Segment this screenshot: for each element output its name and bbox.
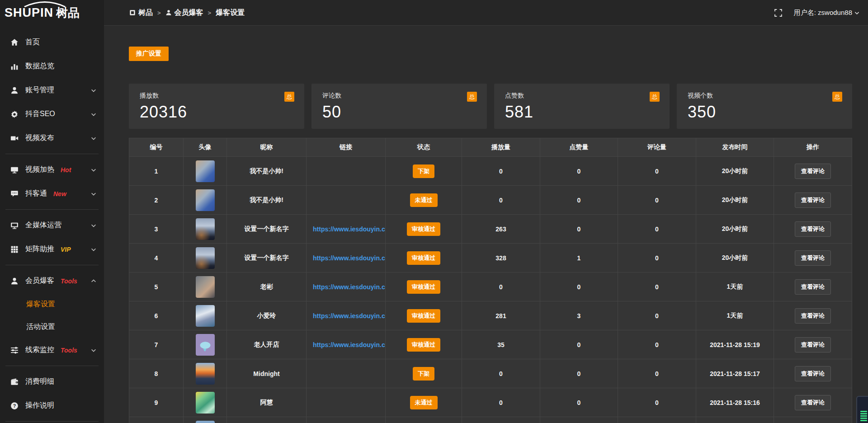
cell-time: 2021-11-28 15:16 — [696, 388, 774, 417]
cell-comments: 0 — [618, 186, 696, 215]
sidebar-item-douyin-seo[interactable]: 抖音SEO — [0, 102, 104, 126]
breadcrumb: 树品>会员爆客>爆客设置 — [129, 8, 245, 18]
view-comments-button[interactable]: 查看评论 — [795, 193, 831, 208]
view-comments-button[interactable]: 查看评论 — [795, 250, 831, 266]
cell-status — [386, 417, 462, 423]
sidebar-item-video-heat[interactable]: 视频加热Hot — [0, 158, 104, 182]
cell-comments: 0 — [618, 215, 696, 244]
breadcrumb-separator: > — [157, 9, 161, 16]
status-badge[interactable]: 审核通过 — [407, 309, 440, 323]
breadcrumb-item[interactable]: 会员爆客 — [165, 8, 203, 18]
sidebar-item-data-overview[interactable]: 数据总览 — [0, 54, 104, 78]
cell-time: 2021-11-28 15:17 — [696, 359, 774, 388]
sidebar-item-douketong[interactable]: 抖客通New — [0, 182, 104, 206]
cell-status: 审核通过 — [386, 301, 462, 330]
cell-time: 20小时前 — [696, 215, 774, 244]
sidebar-item-matrix-boost[interactable]: 矩阵助推VIP — [0, 237, 104, 261]
cell-nickname — [227, 417, 307, 423]
sidebar: SHUPIN 树品 首页数据总览账号管理抖音SEO视频发布视频加热Hot抖客通N… — [0, 0, 104, 423]
cell-plays: 0 — [462, 273, 540, 301]
cell-likes: 3 — [540, 301, 618, 330]
table-row: 8Midnight下架0002021-11-28 15:17查看评论 — [129, 359, 852, 388]
view-comments-button[interactable]: 查看评论 — [795, 395, 831, 410]
cell-link: https://www.iesdouyin.c — [307, 215, 386, 244]
breadcrumb-item[interactable]: 树品 — [129, 8, 153, 18]
view-comments-button[interactable]: 查看评论 — [795, 221, 831, 237]
sidebar-item-operation-guide[interactable]: ?操作说明 — [0, 394, 104, 418]
status-badge[interactable]: 下架 — [413, 367, 434, 381]
column-header: 头像 — [184, 138, 227, 157]
sidebar-divider — [5, 265, 99, 265]
total-badge[interactable]: 总 — [650, 92, 660, 102]
stat-card: 视频个数350总 — [677, 84, 852, 129]
total-badge[interactable]: 总 — [467, 92, 477, 102]
cell-nickname: 老彬 — [227, 273, 307, 301]
cell-status: 下架 — [386, 359, 462, 388]
sidebar-item-account-manage[interactable]: 账号管理 — [0, 78, 104, 102]
total-badge[interactable]: 总 — [284, 92, 294, 102]
logo-arc — [11, 1, 79, 7]
status-badge[interactable]: 审核通过 — [407, 251, 440, 265]
sidebar-divider — [5, 421, 99, 422]
video-link[interactable]: https://www.iesdouyin.c — [313, 283, 385, 291]
sidebar-item-label: 矩阵助推 — [25, 244, 54, 254]
total-badge[interactable]: 总 — [832, 92, 842, 102]
sidebar-subitem-baoke-settings[interactable]: 爆客设置 — [0, 293, 104, 315]
stat-card-label: 播放数 — [140, 92, 293, 100]
sidebar-item-label: 视频加热 — [25, 165, 54, 174]
sidebar-item-tag: Tools — [61, 277, 77, 285]
sidebar-subitem-activity-settings[interactable]: 活动设置 — [0, 315, 104, 338]
cell-status: 审核通过 — [386, 330, 462, 359]
sidebar-item-all-media[interactable]: 全媒体运营 — [0, 213, 104, 237]
column-header: 状态 — [386, 138, 462, 157]
widget-bar — [860, 415, 867, 417]
breadcrumb-item[interactable]: 爆客设置 — [216, 8, 245, 18]
sidebar-item-member-baoke[interactable]: 会员爆客Tools — [0, 269, 104, 293]
status-badge[interactable]: 审核通过 — [407, 338, 440, 352]
cell-avatar — [184, 273, 227, 301]
sidebar-item-tag: New — [53, 190, 66, 197]
video-link[interactable]: https://www.iesdouyin.c — [313, 341, 385, 348]
sidebar-item-label: 消费明细 — [25, 377, 54, 386]
chevron-down-icon — [90, 222, 97, 229]
cell-time: 2021-11-28 15:19 — [696, 330, 774, 359]
status-badge[interactable]: 未通过 — [410, 193, 438, 207]
status-badge[interactable]: 下架 — [413, 164, 434, 178]
video-link[interactable]: https://www.iesdouyin.c — [313, 226, 385, 233]
stat-card: 播放数20316总 — [129, 84, 304, 129]
sidebar-item-consume-detail[interactable]: 消费明细 — [0, 370, 104, 394]
cell-id — [129, 417, 184, 423]
cell-comments: 0 — [618, 359, 696, 388]
sidebar-item-clue-monitor[interactable]: 线索监控Tools — [0, 338, 104, 362]
sidebar-item-label: 全媒体运营 — [25, 221, 61, 230]
topbar: 树品>会员爆客>爆客设置 用户名: zswodun88 — [104, 0, 868, 26]
fullscreen-icon[interactable] — [774, 9, 782, 17]
cell-status: 未通过 — [386, 186, 462, 215]
cell-link — [307, 417, 386, 423]
cell-nickname: Midnight — [227, 359, 307, 388]
status-badge[interactable]: 审核通过 — [407, 222, 440, 236]
app-logo[interactable]: SHUPIN 树品 — [0, 0, 104, 26]
cell-comments: 0 — [618, 301, 696, 330]
user-menu[interactable]: 用户名: zswodun88 — [794, 9, 860, 17]
view-comments-button[interactable]: 查看评论 — [795, 279, 831, 295]
floating-widget[interactable] — [856, 396, 868, 423]
cell-status: 未通过 — [386, 388, 462, 417]
video-link[interactable]: https://www.iesdouyin.c — [313, 254, 385, 262]
stat-card-value: 50 — [322, 103, 476, 122]
view-comments-button[interactable]: 查看评论 — [795, 337, 831, 352]
sidebar-item-home[interactable]: 首页 — [0, 30, 104, 54]
cell-id: 8 — [129, 359, 184, 388]
status-badge[interactable]: 审核通过 — [407, 280, 440, 294]
promo-settings-button[interactable]: 推广设置 — [129, 47, 169, 61]
chevron-down-icon — [90, 246, 97, 253]
view-comments-button[interactable]: 查看评论 — [795, 164, 831, 179]
video-link[interactable]: https://www.iesdouyin.c — [313, 312, 385, 320]
view-comments-button[interactable]: 查看评论 — [795, 308, 831, 324]
status-badge[interactable]: 未通过 — [410, 396, 438, 409]
logo-text-en: SHUPIN — [5, 6, 53, 20]
view-comments-button[interactable]: 查看评论 — [795, 366, 831, 381]
sidebar-item-video-publish[interactable]: 视频发布 — [0, 126, 104, 150]
stat-cards: 播放数20316总评论数50总点赞数581总视频个数350总 — [129, 84, 852, 129]
cell-action: 查看评论 — [774, 244, 852, 273]
